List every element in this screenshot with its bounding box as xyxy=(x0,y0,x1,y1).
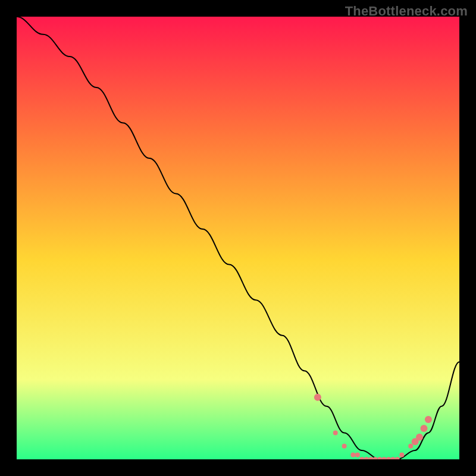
marker-point xyxy=(314,394,321,401)
gradient-background xyxy=(17,17,459,459)
chart-svg xyxy=(17,17,459,459)
marker-point xyxy=(416,434,423,441)
watermark-text: TheBottleneck.com xyxy=(345,4,468,19)
chart-frame: TheBottleneck.com xyxy=(0,0,476,476)
marker-point xyxy=(333,430,338,435)
marker-point xyxy=(421,425,428,432)
plot-area xyxy=(17,17,459,459)
marker-point xyxy=(355,453,360,458)
marker-point xyxy=(408,444,413,449)
marker-point xyxy=(350,453,355,458)
marker-point xyxy=(399,453,404,458)
marker-point xyxy=(425,416,432,423)
marker-point xyxy=(342,444,347,449)
